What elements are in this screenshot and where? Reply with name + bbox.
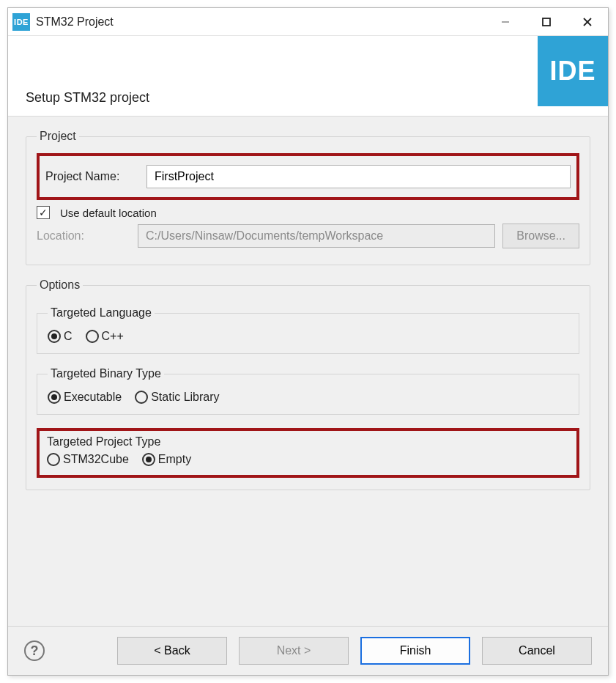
wizard-header: Setup STM32 project IDE (8, 36, 608, 117)
targeted-language-legend: Targeted Language (48, 306, 155, 320)
close-icon (582, 17, 593, 27)
dialog-body: Project Project Name: ✓ Use default loca… (8, 117, 608, 626)
cancel-button[interactable]: Cancel (482, 637, 592, 665)
check-icon: ✓ (39, 207, 48, 218)
dialog-footer: ? < Back Next > Finish Cancel (8, 626, 608, 675)
radio-label: C++ (102, 330, 124, 343)
finish-button[interactable]: Finish (360, 637, 470, 665)
radio-language-cpp[interactable]: C++ (86, 330, 124, 343)
help-button[interactable]: ? (24, 640, 45, 661)
use-default-location-label: Use default location (60, 207, 157, 219)
targeted-project-type-group: Targeted Project Type STM32Cube Empty (47, 435, 569, 466)
minimize-button[interactable] (485, 8, 526, 35)
back-button[interactable]: < Back (117, 637, 227, 665)
use-default-location-checkbox[interactable]: ✓ (37, 206, 50, 219)
project-type-highlight: Targeted Project Type STM32Cube Empty (37, 428, 579, 478)
targeted-language-group: Targeted Language C C++ (37, 306, 579, 354)
radio-binary-executable[interactable]: Executable (48, 391, 122, 404)
targeted-binary-type-legend: Targeted Binary Type (48, 367, 164, 380)
app-icon: IDE (12, 13, 30, 31)
ide-logo: IDE (538, 36, 608, 106)
radio-label: STM32Cube (63, 453, 129, 466)
window-controls (485, 8, 608, 35)
minimize-icon (500, 17, 511, 27)
location-label: Location: (37, 229, 130, 243)
window-title: STM32 Project (36, 15, 114, 29)
browse-button: Browse... (502, 224, 579, 248)
radio-project-empty[interactable]: Empty (142, 453, 191, 466)
dialog-window: IDE STM32 Project Setup STM32 project ID… (7, 7, 609, 676)
radio-binary-static-library[interactable]: Static Library (135, 391, 219, 404)
close-button[interactable] (567, 8, 608, 35)
project-name-label: Project Name: (45, 170, 139, 183)
radio-label: Static Library (151, 391, 219, 404)
radio-language-c[interactable]: C (48, 330, 73, 343)
radio-label: Empty (158, 453, 191, 466)
options-legend: Options (37, 278, 83, 292)
maximize-button[interactable] (526, 8, 567, 35)
options-group: Options Targeted Language C C++ (26, 278, 590, 490)
project-group: Project Project Name: ✓ Use default loca… (26, 130, 590, 265)
next-button: Next > (239, 637, 349, 665)
targeted-binary-type-group: Targeted Binary Type Executable Static L… (37, 367, 579, 415)
titlebar: IDE STM32 Project (8, 8, 608, 36)
project-name-input[interactable] (146, 165, 571, 188)
location-input (138, 224, 495, 248)
svg-rect-1 (543, 18, 550, 26)
project-legend: Project (37, 130, 79, 143)
wizard-subtitle: Setup STM32 project (26, 90, 149, 106)
use-default-location-row[interactable]: ✓ Use default location (37, 206, 579, 219)
radio-label: Executable (64, 391, 122, 404)
project-name-highlight: Project Name: (37, 153, 579, 200)
radio-project-stm32cube[interactable]: STM32Cube (47, 453, 129, 466)
help-icon: ? (31, 643, 39, 659)
radio-label: C (64, 330, 73, 343)
targeted-project-type-legend: Targeted Project Type (47, 435, 160, 448)
maximize-icon (541, 17, 552, 27)
